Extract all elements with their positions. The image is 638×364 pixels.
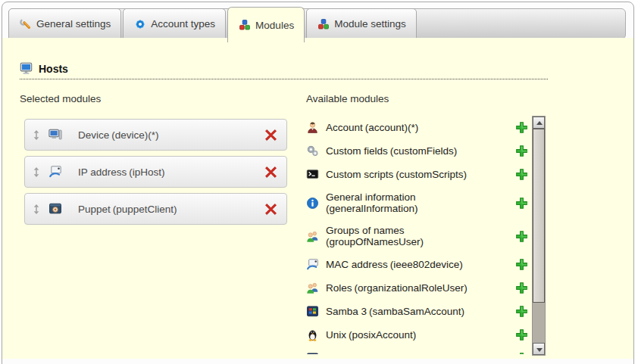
tab-general-settings[interactable]: General settings xyxy=(8,8,121,39)
add-plus-icon xyxy=(515,282,528,294)
available-module-custom-scripts: Custom scripts(customScripts) xyxy=(306,163,528,186)
available-module-account: Account(account)(*) xyxy=(306,116,528,139)
module-label: Unix(posixAccount) xyxy=(326,329,508,341)
remove-x-icon xyxy=(264,129,277,142)
module-label: Account(account)(*) xyxy=(326,122,508,133)
remove-module-button[interactable] xyxy=(264,129,277,142)
add-module-button[interactable] xyxy=(515,328,528,341)
hosts-section-header: Hosts xyxy=(20,62,548,79)
tux-penguin-icon xyxy=(306,328,319,341)
roles-group-icon xyxy=(306,282,319,294)
selected-module-puppet[interactable]: Puppet(puppetClient) xyxy=(24,193,287,225)
settings-window: General settings Account types Modules xyxy=(2,2,634,364)
add-plus-icon xyxy=(515,197,528,210)
add-plus-icon xyxy=(515,352,528,354)
samba-windows-icon xyxy=(306,305,319,318)
tab-bar: General settings Account types Modules xyxy=(8,8,626,39)
module-label: Device(device)(*) xyxy=(78,129,159,141)
tab-label: General settings xyxy=(36,18,111,30)
modules-icon xyxy=(317,18,330,30)
available-modules-list: Account(account)(*) Custom fields(custom… xyxy=(306,116,528,354)
available-module-custom-fields: Custom fields(customFields) xyxy=(306,139,528,163)
add-module-button[interactable] xyxy=(515,352,528,354)
module-label: General information(generalInformation) xyxy=(326,191,508,214)
tab-account-types[interactable]: Account types xyxy=(123,8,226,39)
info-icon xyxy=(306,197,319,210)
gears-icon xyxy=(306,145,319,157)
device-icon xyxy=(48,128,62,142)
add-module-button[interactable] xyxy=(515,121,528,134)
add-module-button[interactable] xyxy=(515,282,528,294)
terminal-icon xyxy=(306,168,319,181)
mac-address-icon xyxy=(306,258,319,271)
monitor-icon xyxy=(20,62,33,75)
available-list-scrollbar[interactable] xyxy=(532,116,546,356)
drag-handle-icon[interactable] xyxy=(33,129,40,141)
module-label: Custom scripts(customScripts) xyxy=(326,169,508,180)
add-module-button[interactable] xyxy=(515,305,528,318)
add-module-button[interactable] xyxy=(515,258,528,271)
section-title: Hosts xyxy=(39,63,68,75)
add-plus-icon xyxy=(515,328,528,341)
remove-x-icon xyxy=(264,203,277,216)
module-label: MAC address(ieee802device) xyxy=(326,259,508,270)
selected-modules-list: Device(device)(*) IP a xyxy=(24,119,287,225)
selected-module-device[interactable]: Device(device)(*) xyxy=(24,119,287,151)
modules-panel: Hosts Selected modules Available modules… xyxy=(2,38,633,359)
module-label: Puppet(puppetClient) xyxy=(78,204,177,215)
add-plus-icon xyxy=(515,168,528,181)
gear-icon xyxy=(134,18,146,30)
selected-modules-heading: Selected modules xyxy=(20,93,101,104)
available-module-samba3: Samba 3(sambaSamAccount) xyxy=(306,300,528,323)
add-plus-icon xyxy=(515,121,528,134)
available-module-mac-address: MAC address(ieee802device) xyxy=(306,253,528,276)
module-label: Samba 3(sambaSamAccount) xyxy=(326,306,508,317)
available-module-windows: Windows(windowsHost)(*) xyxy=(306,347,528,354)
scrollbar-thumb[interactable] xyxy=(533,129,545,303)
available-module-general-information: General information(generalInformation) xyxy=(306,186,528,219)
add-module-button[interactable] xyxy=(515,168,528,181)
modules-icon xyxy=(239,19,251,31)
remove-module-button[interactable] xyxy=(264,166,277,179)
available-module-roles: Roles(organizationalRoleUser) xyxy=(306,276,528,300)
available-module-groups-of-names: Groups of names(groupOfNamesUser) xyxy=(306,219,528,253)
tab-modules[interactable]: Modules xyxy=(227,7,305,42)
drag-handle-icon[interactable] xyxy=(33,204,40,215)
remove-module-button[interactable] xyxy=(264,203,277,216)
module-label: IP address(ipHost) xyxy=(78,166,165,178)
add-plus-icon xyxy=(515,258,528,271)
tab-label: Modules xyxy=(255,20,294,31)
selected-module-ip-address[interactable]: IP address(ipHost) xyxy=(24,156,287,188)
group-icon xyxy=(306,230,319,243)
remove-x-icon xyxy=(264,166,277,179)
tab-module-settings[interactable]: Module settings xyxy=(306,8,417,39)
tab-label: Module settings xyxy=(334,18,406,30)
scroll-down-button[interactable] xyxy=(533,343,545,355)
module-label: Roles(organizationalRoleUser) xyxy=(326,282,508,294)
add-plus-icon xyxy=(515,305,528,318)
account-person-icon xyxy=(306,121,319,134)
wrench-icon xyxy=(20,18,32,30)
add-module-button[interactable] xyxy=(515,230,528,243)
scroll-up-button[interactable] xyxy=(533,117,545,129)
module-label: Groups of names(groupOfNamesUser) xyxy=(326,225,508,247)
module-label: Windows(windowsHost)(*) xyxy=(326,353,508,354)
module-label: Custom fields(customFields) xyxy=(326,145,508,157)
add-plus-icon xyxy=(515,145,528,157)
drag-handle-icon[interactable] xyxy=(33,166,40,178)
puppet-icon xyxy=(48,202,62,216)
available-module-unix: Unix(posixAccount) xyxy=(306,323,528,347)
windows-icon xyxy=(306,352,319,354)
add-plus-icon xyxy=(515,230,528,243)
available-modules-heading: Available modules xyxy=(306,93,389,104)
tab-label: Account types xyxy=(151,18,215,30)
ip-address-icon xyxy=(48,165,62,179)
add-module-button[interactable] xyxy=(515,197,528,210)
add-module-button[interactable] xyxy=(515,145,528,157)
